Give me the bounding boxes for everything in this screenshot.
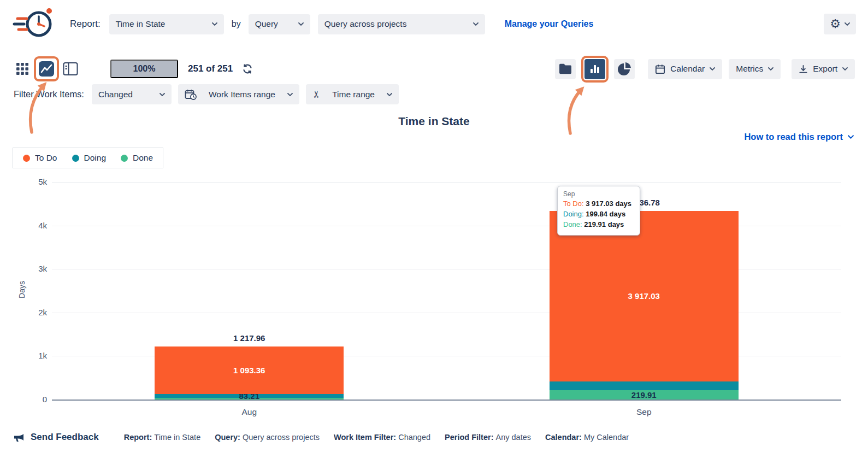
line-chart-icon	[38, 61, 55, 77]
bar-chart-view-button[interactable]	[584, 59, 605, 79]
time-range-value: Time range	[332, 90, 375, 99]
zoom-button[interactable]: 100%	[110, 60, 178, 78]
y-tick-label: 1k	[38, 351, 47, 360]
bar-sep-to-do[interactable]: 3 917.03	[550, 211, 739, 381]
query-select-value: Query across projects	[324, 19, 407, 29]
header: Report: Time in State by Query Query acr…	[0, 0, 868, 48]
calendar-button[interactable]: Calendar	[648, 59, 722, 79]
chevron-down-icon	[160, 93, 165, 96]
how-to-read-label: How to read this report	[744, 132, 843, 142]
bar-segment-label: 219.91	[550, 390, 739, 400]
chart-title: Time in State	[0, 115, 868, 128]
footer-summary-item: Query: Query across projects	[215, 433, 320, 442]
items-count: 251 of 251	[188, 63, 233, 74]
legend-label: Doing	[84, 153, 107, 163]
bar-chart-highlight	[581, 56, 609, 83]
legend-dot	[121, 155, 128, 162]
calendar-clock-icon	[185, 89, 197, 100]
gridline	[52, 182, 841, 183]
chevron-down-icon	[768, 67, 773, 71]
export-icon	[799, 64, 808, 74]
report-select[interactable]: Time in State	[109, 14, 224, 34]
chart-legend: To DoDoingDone	[13, 148, 163, 168]
footer-summary: Report: Time in StateQuery: Query across…	[124, 433, 629, 442]
metrics-button[interactable]: Metrics	[729, 59, 781, 79]
tooltip-row: Done: 219.91 days	[563, 220, 634, 230]
gear-icon: ⚙	[830, 18, 841, 30]
legend-label: To Do	[35, 153, 57, 163]
group-by-select-value: Query	[255, 19, 278, 29]
folder-view-button[interactable]	[555, 59, 576, 79]
calendar-button-label: Calendar	[670, 64, 705, 74]
toolbar: 100% 251 of 251	[0, 53, 868, 85]
manage-queries-link[interactable]: Manage your Queries	[505, 19, 594, 29]
footer: Send Feedback Report: Time in StateQuery…	[0, 432, 868, 443]
chart-view-button[interactable]	[37, 60, 56, 78]
chevron-down-icon	[710, 67, 715, 71]
bar-segment-label: 83.21	[155, 394, 344, 398]
grid-icon	[16, 62, 29, 75]
bar-sep-done[interactable]: 219.91	[550, 390, 739, 400]
group-by-select[interactable]: Query	[249, 14, 310, 34]
tooltip-series-value: 199.84 days	[586, 210, 625, 218]
chart-view-highlight	[34, 56, 59, 81]
bar-segment-label: 1 093.36	[155, 346, 344, 394]
pie-chart-icon	[618, 62, 631, 75]
y-tick-label: 0	[43, 395, 47, 404]
chevron-down-icon	[842, 67, 848, 71]
refresh-icon	[242, 63, 253, 74]
refresh-button[interactable]	[238, 60, 257, 78]
gridline	[52, 400, 841, 401]
bar-sep-doing[interactable]	[550, 381, 739, 390]
legend-item-to-do[interactable]: To Do	[23, 153, 57, 163]
y-axis-ticks: 5k4k3k2k1k0	[23, 182, 47, 400]
megaphone-icon	[13, 432, 25, 443]
y-tick-label: 5k	[38, 177, 47, 186]
calendar-icon	[655, 64, 665, 74]
bar-segment-label: 3 917.03	[550, 211, 739, 381]
y-tick-label: 4k	[38, 221, 47, 230]
chevron-down-icon	[212, 22, 217, 26]
grid-view-button[interactable]	[13, 60, 32, 78]
tooltip-series-label: To Do:	[563, 199, 586, 208]
footer-summary-item: Report: Time in State	[124, 433, 200, 442]
send-feedback-button[interactable]: Send Feedback	[13, 432, 99, 443]
bar-aug-to-do[interactable]: 1 093.36	[155, 346, 344, 394]
folder-icon	[558, 63, 572, 75]
bar-total-label: 1 217.96	[233, 333, 265, 343]
legend-item-done[interactable]: Done	[121, 153, 153, 163]
work-items-range-value: Work Items range	[209, 90, 275, 99]
y-tick-label: 2k	[38, 308, 47, 317]
pie-chart-view-button[interactable]	[614, 59, 635, 79]
metrics-button-label: Metrics	[736, 64, 763, 74]
work-item-filter-select[interactable]: Changed	[92, 84, 172, 104]
legend-dot	[72, 155, 79, 162]
chevron-down-icon	[848, 135, 854, 139]
legend-label: Done	[133, 153, 153, 163]
work-items-range-select[interactable]: Work Items range	[178, 84, 299, 104]
tooltip-row: To Do: 3 917.03 days	[563, 199, 634, 209]
export-button[interactable]: Export	[792, 59, 855, 79]
table-view-button[interactable]	[61, 60, 80, 78]
x-axis-label: Aug	[241, 407, 257, 417]
tooltip-series-value: 219.91 days	[584, 220, 624, 228]
tooltip-series-value: 3 917.03 days	[586, 199, 631, 208]
how-to-read-link[interactable]: How to read this report	[744, 132, 854, 142]
chevron-down-icon	[298, 22, 304, 26]
legend-dot	[23, 155, 30, 162]
query-select[interactable]: Query across projects	[318, 14, 485, 34]
tooltip-row: Doing: 199.84 days	[563, 209, 634, 220]
legend-item-doing[interactable]: Doing	[72, 153, 107, 163]
bar-chart-icon	[589, 63, 601, 75]
scissors-icon: ✂	[312, 90, 321, 98]
chevron-down-icon	[473, 22, 479, 26]
table-view-icon	[63, 62, 78, 76]
chart-type-switcher	[555, 56, 635, 83]
time-range-select[interactable]: ✂ Time range	[306, 84, 399, 104]
report-select-value: Time in State	[116, 19, 166, 29]
y-tick-label: 3k	[38, 264, 47, 273]
export-button-label: Export	[813, 64, 837, 74]
settings-button[interactable]: ⚙	[824, 14, 856, 34]
chart-tooltip: Sep To Do: 3 917.03 daysDoing: 199.84 da…	[557, 186, 640, 236]
bar-aug-doing[interactable]: 83.21	[155, 394, 344, 398]
